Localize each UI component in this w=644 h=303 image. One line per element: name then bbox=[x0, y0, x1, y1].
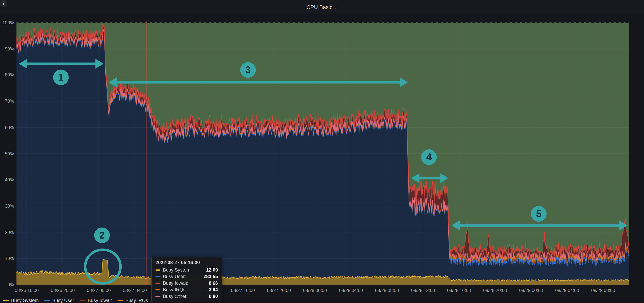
x-tick-label: 08/27 20:00 bbox=[262, 288, 296, 293]
x-tick-label: 08/28 08:00 bbox=[370, 288, 404, 293]
y-tick-label: 20% bbox=[0, 230, 14, 234]
x-tick-label: 08/27 04:00 bbox=[118, 288, 152, 293]
x-tick-label: 08/28 00:00 bbox=[298, 288, 332, 293]
tooltip-series-value: 8.66 bbox=[209, 280, 218, 286]
tooltip-timestamp: 2022-08-27 05:16:00 bbox=[156, 260, 218, 265]
tooltip-series-swatch bbox=[156, 276, 160, 277]
legend-item-busy-system[interactable]: Busy System bbox=[3, 298, 39, 303]
y-tick-label: 30% bbox=[0, 204, 14, 208]
panel-header: CPU Basic ⌄ bbox=[0, 0, 644, 14]
hover-tooltip: 2022-08-27 05:16:00 Busy System:12.09Bus… bbox=[151, 257, 222, 302]
x-tick-label: 08/29 08:00 bbox=[586, 288, 620, 293]
y-tick-label: 0% bbox=[0, 282, 14, 287]
x-tick-label: 08/27 00:00 bbox=[82, 288, 116, 293]
tooltip-row: Busy User:283.55 bbox=[156, 274, 218, 279]
x-tick-label: 08/29 00:00 bbox=[514, 288, 548, 293]
tooltip-series-swatch bbox=[156, 282, 160, 284]
x-tick-label: 08/29 04:00 bbox=[550, 288, 584, 293]
x-tick-label: 08/28 16:00 bbox=[442, 288, 476, 293]
tooltip-series-label: Busy Other: bbox=[163, 294, 206, 299]
tooltip-rows: Busy System:12.09Busy User:283.55Busy Io… bbox=[156, 268, 218, 299]
legend-item-busy-iowait[interactable]: Busy Iowait bbox=[80, 298, 112, 303]
legend-label: Busy IRQs bbox=[125, 298, 148, 303]
legend-item-busy-user[interactable]: Busy User bbox=[44, 298, 74, 303]
y-tick-label: 60% bbox=[0, 125, 14, 130]
y-tick-label: 40% bbox=[0, 178, 14, 182]
tooltip-row: Busy Other:0.80 bbox=[156, 294, 218, 299]
panel-info-icon[interactable]: i bbox=[0, 0, 6, 6]
tooltip-series-swatch bbox=[156, 296, 160, 297]
legend-label: Busy System bbox=[11, 298, 39, 303]
x-tick-label: 08/28 12:00 bbox=[406, 288, 440, 293]
x-tick-label: 08/28 04:00 bbox=[334, 288, 368, 293]
cpu-basic-panel: CPU Basic ⌄ i 0%10%20%30%40%50%60%70%80%… bbox=[0, 0, 644, 303]
tooltip-row: Busy IRQs:3.94 bbox=[156, 287, 218, 292]
legend-label: Busy Iowait bbox=[88, 298, 112, 303]
tooltip-series-value: 0.80 bbox=[209, 294, 218, 299]
x-tick-label: 08/27 16:00 bbox=[226, 288, 260, 293]
x-tick-label: 08/28 20:00 bbox=[478, 288, 512, 293]
x-tick-label: 08/26 16:00 bbox=[10, 288, 44, 293]
tooltip-row: Busy System:12.09 bbox=[156, 268, 218, 272]
tooltip-series-value: 283.55 bbox=[204, 274, 218, 279]
legend-label: Busy User bbox=[52, 298, 74, 303]
legend-swatch bbox=[118, 300, 124, 301]
y-tick-label: 50% bbox=[0, 151, 14, 156]
panel-title-text: CPU Basic bbox=[306, 4, 332, 10]
y-tick-label: 10% bbox=[0, 256, 14, 261]
tooltip-series-label: Busy User: bbox=[163, 274, 201, 279]
x-tick-label: 08/26 20:00 bbox=[46, 288, 80, 293]
tooltip-series-label: Busy System: bbox=[163, 268, 204, 272]
y-tick-label: 70% bbox=[0, 99, 14, 104]
y-tick-label: 100% bbox=[0, 20, 14, 25]
legend-swatch bbox=[44, 300, 50, 301]
tooltip-series-value: 3.94 bbox=[209, 287, 218, 292]
tooltip-series-label: Busy Iowait: bbox=[163, 280, 206, 286]
legend-item-busy-irqs[interactable]: Busy IRQs bbox=[118, 298, 148, 303]
tooltip-series-swatch bbox=[156, 289, 160, 290]
y-tick-label: 90% bbox=[0, 46, 14, 51]
tooltip-series-swatch bbox=[156, 269, 160, 270]
chevron-down-icon: ⌄ bbox=[334, 5, 338, 9]
legend: Busy SystemBusy UserBusy IowaitBusy IRQs bbox=[3, 298, 148, 303]
legend-swatch bbox=[3, 300, 9, 301]
cpu-chart-canvas[interactable] bbox=[16, 19, 629, 284]
y-tick-label: 80% bbox=[0, 72, 14, 78]
tooltip-series-label: Busy IRQs: bbox=[163, 287, 206, 292]
tooltip-row: Busy Iowait:8.66 bbox=[156, 280, 218, 286]
legend-swatch bbox=[80, 300, 86, 301]
tooltip-series-value: 12.09 bbox=[206, 268, 218, 272]
panel-title[interactable]: CPU Basic ⌄ bbox=[306, 4, 338, 10]
